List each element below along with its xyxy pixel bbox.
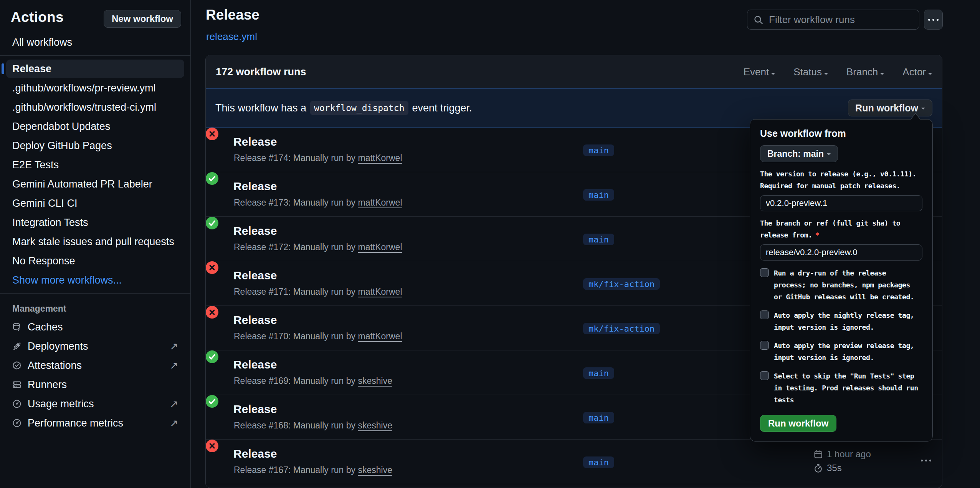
management-nav-list: CachesDeployments↗Attestations↗RunnersUs… (0, 318, 190, 432)
management-item-label: Performance metrics (28, 417, 123, 429)
x-circle-icon (206, 306, 218, 319)
chevron-down-icon (824, 73, 828, 77)
branch-pill[interactable]: main (583, 234, 614, 245)
actor-link[interactable]: skeshive (358, 465, 392, 475)
filter-dropdown-actor[interactable]: Actor (902, 66, 932, 78)
rocket-icon (12, 342, 21, 351)
actor-link[interactable]: mattKorwel (358, 287, 402, 297)
run-title-link[interactable]: Release (233, 224, 277, 237)
stopwatch-icon (813, 463, 823, 473)
use-workflow-from-label: Use workflow from (760, 128, 922, 139)
filter-dropdown-status[interactable]: Status (793, 66, 828, 78)
run-meta: Release #173: Manually run by mattKorwel (234, 198, 402, 208)
sidebar-item-dependabot-updates[interactable]: Dependabot Updates (6, 117, 184, 136)
sidebar-item-github-workflows-pr-review-yml[interactable]: .github/workflows/pr-review.yml (6, 79, 184, 97)
check-circle-icon (206, 395, 218, 408)
management-item-caches[interactable]: Caches (6, 318, 184, 336)
chevron-down-icon (827, 153, 831, 157)
ellipsis-icon (928, 19, 939, 21)
management-item-label: Runners (28, 379, 67, 391)
run-title-link[interactable]: Release (233, 135, 277, 148)
run-meta: Release #169: Manually run by skeshive (234, 376, 392, 386)
checkbox[interactable] (760, 341, 769, 350)
dialog-checkbox-row: Select to skip the "Run Tests" step in t… (760, 370, 922, 406)
dialog-checkbox-row: Auto apply the nightly release tag, inpu… (760, 309, 922, 333)
management-heading: Management (12, 304, 178, 314)
sidebar-item-integration-tests[interactable]: Integration Tests (6, 213, 184, 232)
version-input-label: The version to release (e.g., v0.1.11). … (760, 168, 922, 192)
sidebar-item-release[interactable]: Release (6, 60, 184, 78)
checkbox[interactable] (760, 310, 769, 319)
filter-dropdown-branch[interactable]: Branch (846, 66, 884, 78)
actor-link[interactable]: skeshive (358, 376, 392, 386)
banner-text-prefix: This workflow has a (215, 102, 306, 114)
version-input[interactable] (760, 195, 922, 211)
workflow-file-link[interactable]: release.yml (206, 31, 257, 43)
run-filters: EventStatusBranchActor (744, 66, 932, 78)
run-meta: Release #167: Manually run by skeshive (234, 465, 392, 475)
banner-text-suffix: event trigger. (412, 102, 472, 114)
checkbox[interactable] (760, 268, 769, 277)
actor-link[interactable]: mattKorwel (358, 153, 402, 163)
meter-icon (12, 399, 21, 408)
show-more-workflows-link[interactable]: Show more workflows... (6, 271, 184, 289)
run-title-link[interactable]: Release (233, 180, 277, 193)
branch-pill[interactable]: main (583, 412, 614, 423)
row-kebab-button[interactable] (918, 456, 934, 465)
run-title-link[interactable]: Release (233, 447, 277, 460)
run-title-link[interactable]: Release (233, 403, 277, 416)
branch-pill[interactable]: main (583, 189, 614, 201)
sidebar-item-deploy-github-pages[interactable]: Deploy GitHub Pages (6, 136, 184, 155)
run-title-link[interactable]: Release (233, 269, 277, 282)
header-kebab-button[interactable] (924, 10, 943, 30)
management-item-label: Usage metrics (28, 398, 94, 410)
check-circle-icon (206, 172, 218, 185)
actor-link[interactable]: mattKorwel (358, 242, 402, 252)
sidebar-item-e2e-tests[interactable]: E2E Tests (6, 156, 184, 174)
branch-pill[interactable]: main (583, 456, 614, 468)
management-item-performance-metrics[interactable]: Performance metrics↗ (6, 414, 184, 432)
check-circle-icon (206, 350, 218, 363)
run-title-link[interactable]: Release (233, 314, 277, 327)
run-meta: Release #172: Manually run by mattKorwel (234, 242, 402, 252)
sidebar-item-gemini-automated-pr-labeler[interactable]: Gemini Automated PR Labeler (6, 175, 184, 193)
ref-input[interactable] (760, 244, 922, 261)
x-circle-icon (206, 440, 218, 452)
branch-selector-button[interactable]: Branch: main (760, 145, 838, 162)
external-link-icon: ↗ (170, 340, 178, 352)
sidebar-item-all-workflows[interactable]: All workflows (6, 33, 184, 51)
management-item-label: Caches (28, 321, 63, 333)
dialog-run-workflow-button[interactable]: Run workflow (760, 415, 836, 432)
branch-pill[interactable]: mk/fix-action (583, 323, 660, 334)
checkbox[interactable] (760, 371, 769, 380)
run-meta: Release #171: Manually run by mattKorwel (234, 287, 402, 297)
management-item-deployments[interactable]: Deployments↗ (6, 337, 184, 355)
run-title-link[interactable]: Release (233, 358, 277, 371)
filter-dropdown-event[interactable]: Event (744, 66, 775, 78)
time-ago: 1 hour ago (827, 449, 871, 460)
runs-card-header: 172 workflow runs EventStatusBranchActor (206, 55, 942, 88)
branch-pill[interactable]: main (583, 367, 614, 379)
branch-pill[interactable]: mk/fix-action (583, 278, 660, 290)
run-row: Release Release #167: Manually run by sk… (206, 440, 942, 484)
checkbox-label: Auto apply the preview release tag, inpu… (774, 340, 914, 364)
actor-link[interactable]: mattKorwel (358, 198, 402, 207)
sidebar-item-gemini-cli-ci[interactable]: Gemini CLI CI (6, 194, 184, 212)
sidebar-item-github-workflows-trusted-ci-yml[interactable]: .github/workflows/trusted-ci.yml (6, 98, 184, 116)
sidebar-item-no-response[interactable]: No Response (6, 252, 184, 270)
management-item-runners[interactable]: Runners (6, 375, 184, 394)
actor-link[interactable]: mattKorwel (358, 331, 402, 341)
management-item-label: Attestations (28, 360, 82, 372)
run-meta: Release #168: Manually run by skeshive (234, 420, 392, 431)
filter-runs-search (747, 10, 919, 30)
actor-link[interactable]: skeshive (358, 420, 392, 430)
management-item-usage-metrics[interactable]: Usage metrics↗ (6, 395, 184, 413)
management-item-attestations[interactable]: Attestations↗ (6, 356, 184, 375)
dialog-checkbox-row: Run a dry-run of the release process; no… (760, 267, 922, 303)
branch-pill[interactable]: main (583, 144, 614, 156)
new-workflow-button[interactable]: New workflow (104, 10, 181, 28)
filter-runs-input[interactable] (747, 10, 919, 29)
sidebar-item-mark-stale-issues-and-pull-requests[interactable]: Mark stale issues and pull requests (6, 232, 184, 251)
checkbox-label: Auto apply the nightly release tag, inpu… (774, 309, 914, 333)
run-meta: Release #170: Manually run by mattKorwel (234, 331, 402, 342)
